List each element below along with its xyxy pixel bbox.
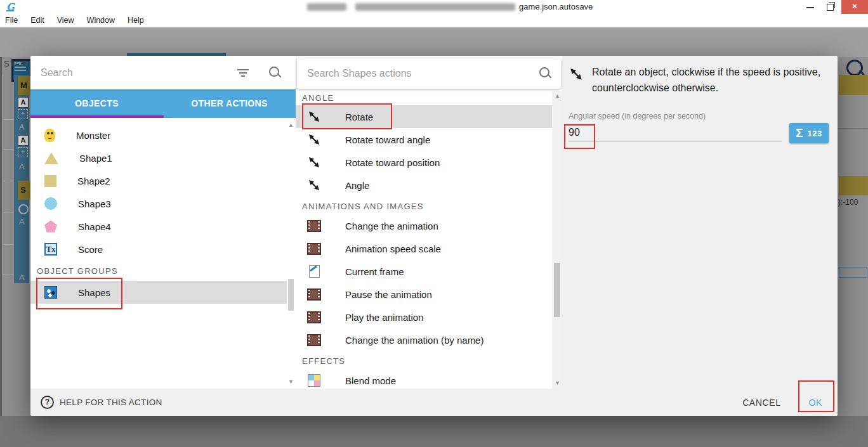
objects-search-placeholder: Search: [41, 67, 73, 79]
film-strip-icon: [307, 242, 321, 256]
help-link[interactable]: HELP FOR THIS ACTION: [60, 398, 162, 407]
background-events-right-fragment: ):-100: [838, 57, 868, 416]
actions-scrollbar[interactable]: ▲ ▼: [552, 91, 562, 389]
action-editor-dialog: Search OBJECTS OTHER ACTIONS Monster Sha…: [30, 56, 838, 416]
filter-icon[interactable]: [237, 69, 249, 77]
add-condition-fragment: +: [18, 147, 28, 157]
event-comment-fragment: S: [18, 181, 30, 200]
help-icon: [41, 396, 54, 409]
background-events-left-fragment: START M A + A A + A S A A: [0, 57, 30, 416]
action-item-change-animation[interactable]: Change the animation: [296, 214, 552, 237]
square-icon: [44, 175, 56, 187]
cancel-button[interactable]: CANCEL: [742, 398, 780, 408]
object-item-monster[interactable]: Monster: [30, 124, 287, 146]
highlight-box-shapes: [36, 278, 122, 309]
event-tree-line: [3, 181, 13, 181]
event-comment-fragment: [839, 176, 868, 195]
dialog-footer: HELP FOR THIS ACTION CANCEL OK: [30, 389, 838, 416]
action-item-change-animation-by-name[interactable]: Change the animation (by name): [296, 328, 552, 351]
menu-view[interactable]: View: [51, 14, 81, 27]
add-condition-fragment: +: [18, 109, 28, 119]
circle-icon: [44, 197, 57, 210]
blend-mode-icon: [307, 373, 321, 387]
tab-other-actions[interactable]: OTHER ACTIONS: [163, 89, 296, 118]
object-item-shape4[interactable]: Shape4: [30, 215, 287, 238]
close-button[interactable]: ×: [841, 0, 868, 14]
window-title: game.json.autosave: [519, 2, 593, 11]
menu-file[interactable]: File: [0, 14, 24, 27]
film-strip-icon: [307, 219, 321, 233]
event-text-fragment: ):-100: [838, 198, 858, 207]
event-comment-fragment: M: [18, 76, 30, 95]
objects-scrollbar[interactable]: ▲ ▼: [287, 118, 296, 389]
event-divider: [838, 128, 868, 129]
restore-button[interactable]: [821, 0, 840, 14]
add-action-fragment: A: [19, 273, 25, 282]
menu-edit[interactable]: Edit: [24, 14, 51, 27]
action-description-block: Rotate an object, clockwise if the speed…: [569, 65, 832, 96]
minimize-button[interactable]: [801, 0, 820, 14]
menu-window[interactable]: Window: [81, 14, 121, 27]
event-tree-line: [3, 149, 13, 150]
search-icon[interactable]: [269, 67, 279, 77]
action-item-blend-mode[interactable]: Blend mode: [296, 369, 552, 389]
object-item-shape2[interactable]: Shape2: [30, 169, 287, 192]
scrollbar-thumb[interactable]: [288, 279, 294, 311]
action-item-rotate-toward-angle[interactable]: Rotate toward angle: [296, 128, 552, 151]
scroll-down-icon[interactable]: ▼: [555, 380, 560, 386]
object-item-shape3[interactable]: Shape3: [30, 192, 287, 215]
event-tree-line: [3, 244, 13, 245]
highlight-box-rotate: [302, 103, 392, 129]
redacted-title-block: [307, 3, 346, 11]
menu-help[interactable]: Help: [121, 14, 150, 27]
action-item-rotate-toward-position[interactable]: Rotate toward position: [296, 151, 552, 174]
toolbar: + + + + − ↶ ↷: [0, 27, 868, 57]
action-icon-fragment: A: [18, 135, 29, 146]
action-description: Rotate an object, clockwise if the speed…: [592, 65, 832, 96]
triangle-icon: [44, 152, 58, 164]
scrollbar-thumb[interactable]: [554, 263, 560, 317]
objects-list: Monster Shape1 Shape2 Shape3 Shape4 Scor…: [30, 118, 287, 389]
add-action-fragment: A: [19, 122, 25, 132]
section-header-animations: ANIMATIONS AND IMAGES: [296, 197, 552, 214]
objects-panel: Search OBJECTS OTHER ACTIONS Monster Sha…: [30, 56, 296, 389]
tab-objects[interactable]: OBJECTS: [30, 89, 163, 118]
scroll-up-icon[interactable]: ▲: [555, 93, 560, 99]
event-field-fragment: [839, 267, 867, 278]
background-bottom: [0, 416, 868, 447]
redacted-title-block: [355, 3, 515, 11]
text-object-icon: [44, 243, 57, 256]
action-item-play-animation[interactable]: Play the animation: [296, 306, 552, 328]
object-item-score[interactable]: Score: [30, 238, 287, 261]
menu-bar: File Edit View Window Help: [0, 14, 868, 28]
restore-icon: [827, 4, 834, 11]
action-item-pause-animation[interactable]: Pause the animation: [296, 283, 552, 306]
rotate-icon: [569, 67, 583, 81]
pentagon-icon: [44, 221, 57, 233]
event-tree-line: [3, 119, 13, 120]
angular-speed-input[interactable]: [569, 124, 782, 141]
sigma-icon: Σ: [796, 126, 803, 140]
add-action-fragment: A: [19, 217, 25, 226]
action-item-animation-speed-scale[interactable]: Animation speed scale: [296, 237, 552, 260]
object-item-shape1[interactable]: Shape1: [30, 146, 287, 169]
objects-tabs: OBJECTS OTHER ACTIONS: [30, 89, 296, 118]
actions-search-placeholder: Search Shapes actions: [307, 68, 412, 79]
action-item-angle[interactable]: Angle: [296, 174, 552, 197]
objects-search-bar[interactable]: Search: [30, 56, 296, 89]
film-strip-icon: [307, 333, 321, 347]
rotate-icon: [307, 178, 321, 192]
scroll-down-icon[interactable]: ▼: [288, 379, 294, 385]
action-detail-panel: Rotate an object, clockwise if the speed…: [562, 56, 838, 389]
expression-editor-button[interactable]: Σ 123: [789, 123, 829, 143]
active-tab-indicator: [30, 115, 164, 118]
search-icon[interactable]: [539, 67, 549, 77]
action-item-current-frame[interactable]: Current frame: [296, 260, 552, 283]
film-strip-icon: [307, 310, 321, 324]
action-icon-fragment: A: [18, 97, 29, 108]
scroll-up-icon[interactable]: ▲: [288, 122, 294, 128]
actions-search-bar[interactable]: Search Shapes actions: [297, 58, 561, 89]
monster-icon: [44, 129, 55, 142]
window-edge: [0, 57, 2, 416]
actions-list: ANGLE Rotate Rotate toward angle Rotate …: [296, 89, 552, 389]
